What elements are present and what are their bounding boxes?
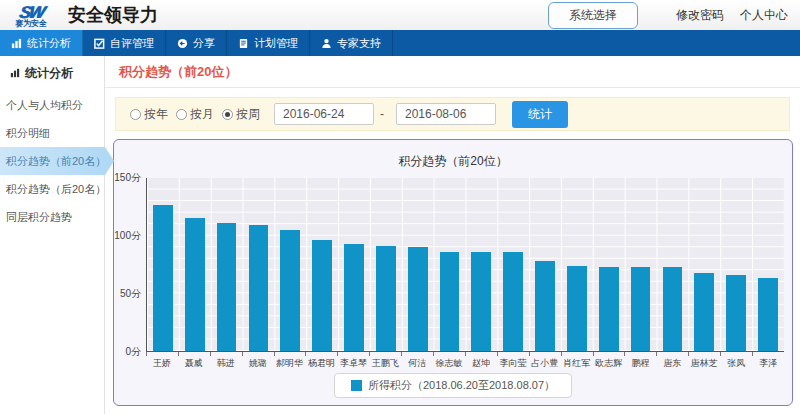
x-axis-labels: 王娇聂威韩进姚璐郝明华杨君明李卓琴王鹏飞何洁徐志敏赵坤李向莹占小豊肖红军欧志辉鹏…: [146, 357, 784, 370]
radio-by-year[interactable]: 按年: [130, 106, 168, 123]
radio-circle-icon[interactable]: [176, 109, 187, 120]
x-axis-label: 李卓琴: [337, 357, 369, 370]
bar-鹏程: [631, 267, 651, 351]
app-header: SW 赛为安全 安全领导力 系统选择 修改密码 个人中心: [0, 0, 800, 30]
system-select-button[interactable]: 系统选择: [548, 2, 638, 29]
bar-column: [402, 178, 434, 351]
radio-circle-icon[interactable]: [130, 109, 141, 120]
y-axis-tick-label: 150分: [114, 171, 141, 185]
x-axis-label: 杨君明: [306, 357, 338, 370]
bar-column: [306, 178, 338, 351]
x-axis-label: 徐志敏: [433, 357, 465, 370]
main-panel: 积分趋势（前20位） 按年 按月 按周 - 统计: [105, 56, 800, 414]
share-icon: [177, 38, 188, 49]
topbar-actions: 系统选择 修改密码 个人中心: [548, 2, 800, 29]
x-axis-label: 李泽: [752, 357, 784, 370]
x-axis-label: 聂威: [178, 357, 210, 370]
logo-sw-text: SW: [0, 4, 64, 21]
legend-item[interactable]: 所得积分（2018.06.20至2018.08.07）: [334, 373, 572, 398]
bar-column: [274, 178, 306, 351]
bar-徐志敏: [440, 252, 460, 351]
page: SW 赛为安全 安全领导力 系统选择 修改密码 个人中心 统计分析 自评管理: [0, 0, 800, 414]
change-password-link[interactable]: 修改密码: [676, 7, 724, 24]
tab-plan-management[interactable]: 计划管理: [227, 30, 310, 56]
chart-panel: 积分趋势（前20位） 0分50分100分150分 王娇聂威韩进姚璐郝明华杨君明李…: [113, 139, 793, 406]
tab-statistics[interactable]: 统计分析: [0, 30, 83, 56]
bar-column: [625, 178, 657, 351]
tab-share[interactable]: 分享: [166, 30, 227, 56]
bar-韩进: [217, 223, 237, 351]
expert-person-icon: [321, 38, 332, 49]
x-axis-label: 肖红军: [561, 357, 593, 370]
radio-circle-icon[interactable]: [222, 109, 233, 120]
self-eval-check-icon: [94, 38, 105, 49]
date-to-input[interactable]: [396, 103, 496, 125]
bar-column: [147, 178, 179, 351]
bar-李泽: [758, 278, 778, 351]
date-from-input[interactable]: [274, 103, 374, 125]
bar-column: [497, 178, 529, 351]
bar-李向莹: [503, 252, 523, 351]
x-axis-label: 鹏程: [625, 357, 657, 370]
tab-label: 统计分析: [27, 36, 71, 51]
sidebar: 统计分析 个人与人均积分 积分明细 积分趋势（前20名） 积分趋势（后20名） …: [0, 56, 105, 414]
bar-column: [243, 178, 275, 351]
page-title-row: 积分趋势（前20位）: [105, 56, 800, 88]
tab-label: 专家支持: [337, 36, 381, 51]
tab-label: 自评管理: [110, 36, 154, 51]
sidebar-item-points-trend-bottom20[interactable]: 积分趋势（后20名）: [0, 175, 104, 203]
radio-by-week[interactable]: 按周: [222, 106, 260, 123]
bar-column: [688, 178, 720, 351]
x-axis-label: 欧志辉: [593, 357, 625, 370]
x-axis-label: 韩进: [210, 357, 242, 370]
personal-center-link[interactable]: 个人中心: [740, 7, 788, 24]
bar-column: [657, 178, 689, 351]
x-axis-label: 唐东: [657, 357, 689, 370]
bar-王鹏飞: [376, 246, 396, 351]
bar-肖红军: [567, 266, 587, 351]
y-axis-tick-label: 100分: [114, 229, 141, 243]
bar-column: [370, 178, 402, 351]
app-title: 安全领导力: [68, 3, 158, 27]
y-axis-tick-label: 0分: [125, 345, 141, 359]
legend-row: 所得积分（2018.06.20至2018.08.07）: [114, 373, 792, 398]
date-range-separator: -: [380, 107, 384, 121]
x-axis-label: 姚璐: [242, 357, 274, 370]
tab-expert-support[interactable]: 专家支持: [310, 30, 393, 56]
bar-赵坤: [471, 252, 491, 351]
radio-label: 按周: [236, 106, 260, 123]
plan-document-icon: [238, 38, 249, 49]
bar-欧志辉: [599, 267, 619, 351]
bar-chart-icon: [11, 38, 22, 49]
sidebar-item-points-detail[interactable]: 积分明细: [0, 119, 104, 147]
x-axis-ticks: [146, 352, 784, 356]
tab-label: 分享: [193, 36, 215, 51]
sidebar-item-personal-average-points[interactable]: 个人与人均积分: [0, 91, 104, 119]
y-axis-tick-label: 50分: [120, 287, 141, 301]
x-axis-label: 何洁: [401, 357, 433, 370]
bar-王娇: [153, 205, 173, 351]
page-title: 积分趋势（前20位）: [119, 63, 237, 81]
company-logo[interactable]: SW 赛为安全: [0, 2, 62, 28]
radio-label: 按年: [144, 106, 168, 123]
tab-label: 计划管理: [254, 36, 298, 51]
x-axis-label: 李向莹: [497, 357, 529, 370]
x-axis-label: 王娇: [146, 357, 178, 370]
legend-swatch-icon: [351, 380, 362, 391]
radio-by-month[interactable]: 按月: [176, 106, 214, 123]
sidebar-title-label: 统计分析: [25, 65, 73, 82]
sidebar-item-same-level-points-trend[interactable]: 同层积分趋势: [0, 203, 104, 231]
bar-column: [179, 178, 211, 351]
sidebar-item-points-trend-top20[interactable]: 积分趋势（前20名）: [0, 147, 114, 175]
statistics-submit-button[interactable]: 统计: [512, 101, 568, 128]
bar-唐林芝: [694, 273, 714, 351]
radio-label: 按月: [190, 106, 214, 123]
tab-self-evaluation[interactable]: 自评管理: [83, 30, 166, 56]
y-axis: 0分50分100分150分: [114, 178, 145, 352]
x-axis-label: 占小豊: [529, 357, 561, 370]
bar-chart-icon: [10, 67, 20, 81]
bar-column: [338, 178, 370, 351]
main-nav: 统计分析 自评管理 分享 计划管理 专家支持: [0, 30, 800, 56]
bar-column: [720, 178, 752, 351]
content-area: 统计分析 个人与人均积分 积分明细 积分趋势（前20名） 积分趋势（后20名） …: [0, 56, 800, 414]
